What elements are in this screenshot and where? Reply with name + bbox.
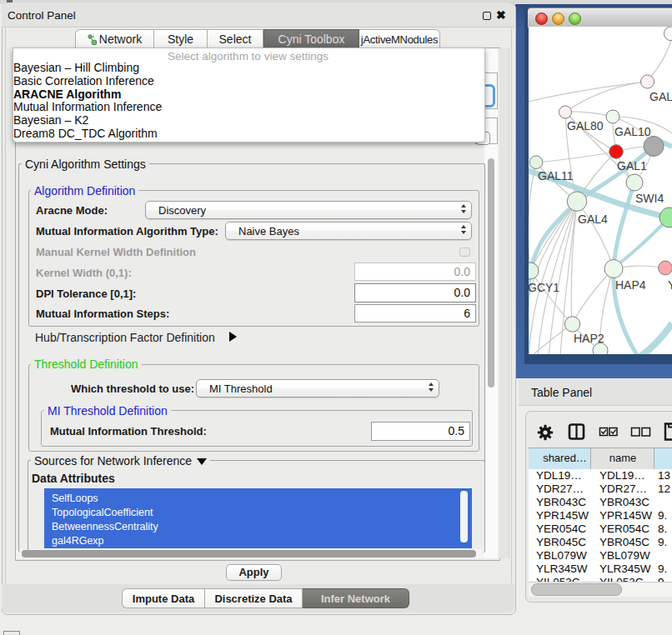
svg-text:GAL4: GAL4 [578, 212, 608, 226]
svg-text:GAL7: GAL7 [649, 90, 672, 103]
svg-text:SWI4: SWI4 [635, 192, 664, 205]
svg-text:HAP4: HAP4 [615, 278, 646, 292]
svg-text:HAP2: HAP2 [574, 332, 604, 345]
svg-text:GCY1: GCY1 [529, 281, 559, 294]
svg-text:GAL11: GAL11 [538, 169, 574, 182]
svg-text:Y: Y [668, 278, 672, 292]
svg-text:GAL80: GAL80 [567, 119, 604, 132]
svg-text:GAL1: GAL1 [617, 159, 647, 172]
svg-text:GAL10: GAL10 [614, 125, 651, 138]
